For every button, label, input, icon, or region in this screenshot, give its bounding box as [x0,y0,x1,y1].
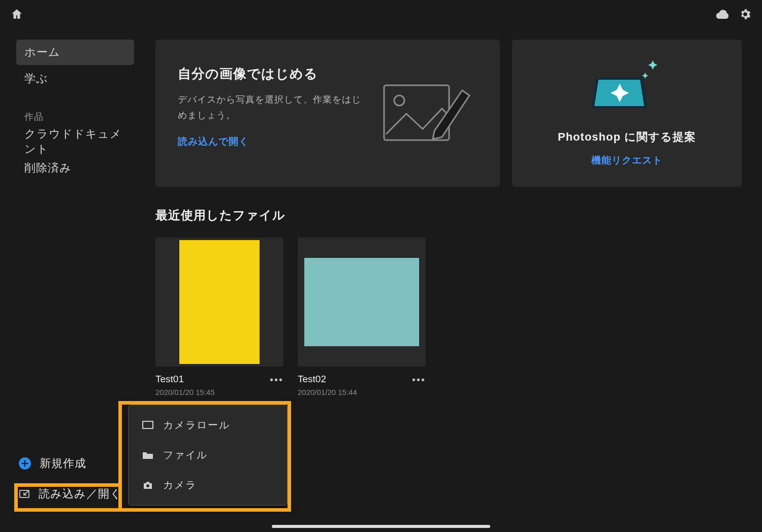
svg-point-1 [394,95,404,106]
card-start-with-image[interactable]: 自分の画像ではじめる デバイスから写真を選択して、作業をはじめましょう。 読み込… [155,40,500,187]
popup-item-label: ファイル [163,448,208,462]
button-label: 読み込み／開く [39,486,122,502]
sidebar-item-label: 学ぶ [24,71,48,86]
svg-rect-8 [143,421,153,428]
camera-roll-icon [142,421,154,430]
sparkle-image-icon [591,59,662,117]
file-thumbnail [298,238,426,367]
card-title: Photoshop に関する提案 [558,129,696,145]
file-name: Test01 [155,374,215,385]
card-link-feature-request[interactable]: 機能リクエスト [591,154,662,167]
gear-icon[interactable] [739,8,752,21]
svg-point-9 [146,484,149,487]
card-suggestions[interactable]: Photoshop に関する提案 機能リクエスト [512,40,742,187]
card-link-import-open[interactable]: 読み込んで開く [178,135,369,148]
file-date: 2020/01/20 15:45 [155,388,215,396]
topbar [0,0,762,28]
file-date: 2020/01/20 15:44 [298,388,357,396]
recent-heading: 最近使用したファイル [155,207,742,223]
import-open-button[interactable]: 読み込み／開く [18,486,122,502]
home-icon[interactable] [10,8,23,21]
card-body: デバイスから写真を選択して、作業をはじめましょう。 [178,92,369,123]
svg-rect-6 [22,463,28,464]
sidebar-item-label: 削除済み [24,160,72,176]
popup-item-camera[interactable]: カメラ [129,470,287,500]
import-icon [18,488,30,500]
sidebar-item-learn[interactable]: 学ぶ [16,66,134,91]
popup-item-files[interactable]: ファイル [129,440,287,470]
cloud-icon[interactable] [715,9,731,20]
new-button[interactable]: 新規作成 [18,456,122,471]
sidebar-item-cloud-documents[interactable]: クラウドドキュメント [16,129,134,154]
sidebar-heading-works: 作品 [16,92,134,129]
import-popup: カメラロール ファイル カメラ [128,405,288,506]
image-pencil-icon [381,65,478,161]
plus-circle-icon [18,457,31,470]
file-tile[interactable]: Test01 2020/01/20 15:45 ••• [155,238,283,396]
card-title: 自分の画像ではじめる [178,65,369,83]
file-name: Test02 [298,374,357,385]
popup-item-camera-roll[interactable]: カメラロール [129,410,287,440]
sidebar-item-label: ホーム [24,45,60,60]
sidebar-item-label: クラウドドキュメント [24,126,126,157]
more-icon[interactable]: ••• [270,374,283,385]
more-icon[interactable]: ••• [412,374,426,385]
bottom-actions: 新規作成 読み込み／開く [18,456,122,502]
folder-icon [142,451,154,460]
file-tile[interactable]: Test02 2020/01/20 15:44 ••• [298,238,426,396]
camera-icon [142,481,154,490]
sidebar-item-deleted[interactable]: 削除済み [16,155,134,181]
popup-item-label: カメラロール [163,418,230,432]
sidebar-item-home[interactable]: ホーム [16,40,134,65]
popup-item-label: カメラ [163,478,197,492]
home-indicator [272,525,490,528]
button-label: 新規作成 [40,456,86,471]
file-thumbnail [155,238,283,367]
